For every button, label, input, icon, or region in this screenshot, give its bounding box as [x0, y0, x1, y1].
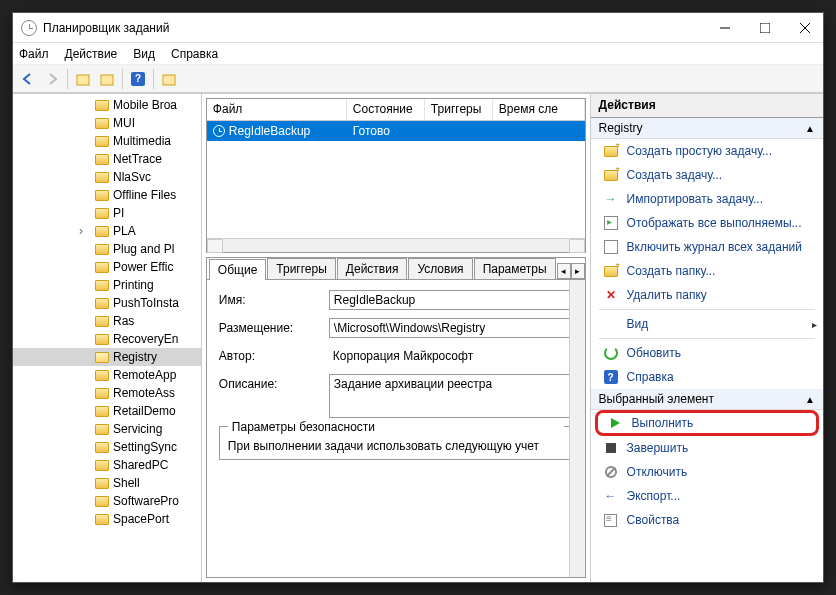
task-row-selected[interactable]: RegIdleBackup Готово — [207, 121, 585, 141]
action-item[interactable]: Создать задачу... — [591, 163, 823, 187]
author-value — [329, 346, 573, 366]
tree-item[interactable]: RemoteAss — [13, 384, 201, 402]
action-properties[interactable]: Свойства — [591, 508, 823, 532]
folder-icon — [95, 388, 109, 399]
tree-item[interactable]: Servicing — [13, 420, 201, 438]
window-title: Планировщик заданий — [43, 21, 715, 35]
folder-new-icon — [603, 143, 619, 159]
location-input[interactable] — [329, 318, 573, 338]
tree-item[interactable]: SpacePort — [13, 510, 201, 528]
tree-item[interactable]: Shell — [13, 474, 201, 492]
tree-item[interactable]: RetailDemo — [13, 402, 201, 420]
separator — [599, 309, 815, 310]
desc-textarea[interactable]: Задание архивации реестра — [329, 374, 573, 418]
tree-item[interactable]: Ras — [13, 312, 201, 330]
toolbar-btn-1[interactable] — [72, 68, 94, 90]
action-end[interactable]: Завершить — [591, 436, 823, 460]
help-icon: ? — [603, 369, 619, 385]
action-view[interactable]: Вид▸ — [591, 312, 823, 336]
tree-item[interactable]: Mobile Broa — [13, 96, 201, 114]
name-input[interactable] — [329, 290, 573, 310]
action-run[interactable]: Выполнить — [595, 410, 819, 436]
folder-icon — [95, 190, 109, 201]
tree-item[interactable]: RecoveryEn — [13, 330, 201, 348]
action-item[interactable]: Удалить папку — [591, 283, 823, 307]
tab-actions[interactable]: Действия — [337, 258, 408, 279]
tree-item[interactable]: SettingSync — [13, 438, 201, 456]
horizontal-scrollbar[interactable] — [207, 238, 585, 252]
toolbar-btn-2[interactable] — [96, 68, 118, 90]
tree-item[interactable]: MUI — [13, 114, 201, 132]
folder-icon — [95, 154, 109, 165]
toolbar-btn-3[interactable] — [158, 68, 180, 90]
tree-item[interactable]: NetTrace — [13, 150, 201, 168]
action-item[interactable]: Создать папку... — [591, 259, 823, 283]
action-label: Удалить папку — [627, 288, 707, 302]
minimize-button[interactable] — [715, 18, 735, 38]
action-item[interactable]: Импортировать задачу... — [591, 187, 823, 211]
menu-action[interactable]: Действие — [65, 47, 118, 61]
col-next-time[interactable]: Время сле — [493, 99, 585, 120]
tree-item[interactable]: Registry — [13, 348, 201, 366]
tree-item-label: MUI — [113, 116, 135, 130]
tree-item-label: Offline Files — [113, 188, 176, 202]
tree-item-label: Multimedia — [113, 134, 171, 148]
tree-item[interactable]: PushToInsta — [13, 294, 201, 312]
tree-item[interactable]: Printing — [13, 276, 201, 294]
running-icon — [603, 215, 619, 231]
tree-item[interactable]: PI — [13, 204, 201, 222]
folder-icon — [95, 334, 109, 345]
action-item[interactable]: Отображать все выполняемы... — [591, 211, 823, 235]
menu-file[interactable]: Файл — [19, 47, 49, 61]
task-state-cell: Готово — [347, 124, 425, 138]
properties-icon — [603, 512, 619, 528]
vertical-scrollbar[interactable] — [569, 280, 585, 577]
folder-icon — [95, 280, 109, 291]
toolbar-separator — [122, 69, 123, 89]
tab-nav-right[interactable]: ▸ — [571, 263, 585, 279]
folder-new-icon — [603, 167, 619, 183]
action-disable[interactable]: Отключить — [591, 460, 823, 484]
folder-icon — [95, 406, 109, 417]
back-button[interactable] — [17, 68, 39, 90]
tree-item[interactable]: Multimedia — [13, 132, 201, 150]
action-refresh[interactable]: Обновить — [591, 341, 823, 365]
action-export[interactable]: Экспорт... — [591, 484, 823, 508]
maximize-button[interactable] — [755, 18, 775, 38]
tree-item[interactable]: Offline Files — [13, 186, 201, 204]
action-item[interactable]: Включить журнал всех заданий — [591, 235, 823, 259]
task-list: Файл Состояние Триггеры Время сле RegIdl… — [206, 98, 586, 253]
svg-rect-6 — [163, 75, 175, 85]
action-item[interactable]: Создать простую задачу... — [591, 139, 823, 163]
col-file[interactable]: Файл — [207, 99, 347, 120]
tab-triggers[interactable]: Триггеры — [267, 258, 336, 279]
menu-help[interactable]: Справка — [171, 47, 218, 61]
tree-item[interactable]: SoftwarePro — [13, 492, 201, 510]
folder-new-icon — [603, 263, 619, 279]
tab-nav-left[interactable]: ◂ — [557, 263, 571, 279]
tree-item-label: RetailDemo — [113, 404, 176, 418]
tree-item[interactable]: PLA — [13, 222, 201, 240]
actions-group-selected[interactable]: Выбранный элемент▲ — [591, 389, 823, 410]
tab-settings[interactable]: Параметры — [474, 258, 556, 279]
tab-conditions[interactable]: Условия — [408, 258, 472, 279]
menu-view[interactable]: Вид — [133, 47, 155, 61]
task-scheduler-window: Планировщик заданий Файл Действие Вид Сп… — [12, 12, 824, 583]
tree-list[interactable]: Mobile BroaMUIMultimediaNetTraceNlaSvcOf… — [13, 94, 201, 582]
tree-item[interactable]: SharedPC — [13, 456, 201, 474]
name-label: Имя: — [219, 290, 329, 307]
col-state[interactable]: Состояние — [347, 99, 425, 120]
tree-item[interactable]: NlaSvc — [13, 168, 201, 186]
tree-pane: Mobile BroaMUIMultimediaNetTraceNlaSvcOf… — [13, 94, 202, 582]
tab-general[interactable]: Общие — [209, 259, 266, 280]
actions-group-registry[interactable]: Registry▲ — [591, 118, 823, 139]
close-button[interactable] — [795, 18, 815, 38]
forward-button[interactable] — [41, 68, 63, 90]
tree-item[interactable]: Power Effic — [13, 258, 201, 276]
col-triggers[interactable]: Триггеры — [425, 99, 493, 120]
action-help[interactable]: ?Справка — [591, 365, 823, 389]
tree-item[interactable]: Plug and Pl — [13, 240, 201, 258]
action-label: Отображать все выполняемы... — [627, 216, 802, 230]
help-button[interactable]: ? — [127, 68, 149, 90]
tree-item[interactable]: RemoteApp — [13, 366, 201, 384]
